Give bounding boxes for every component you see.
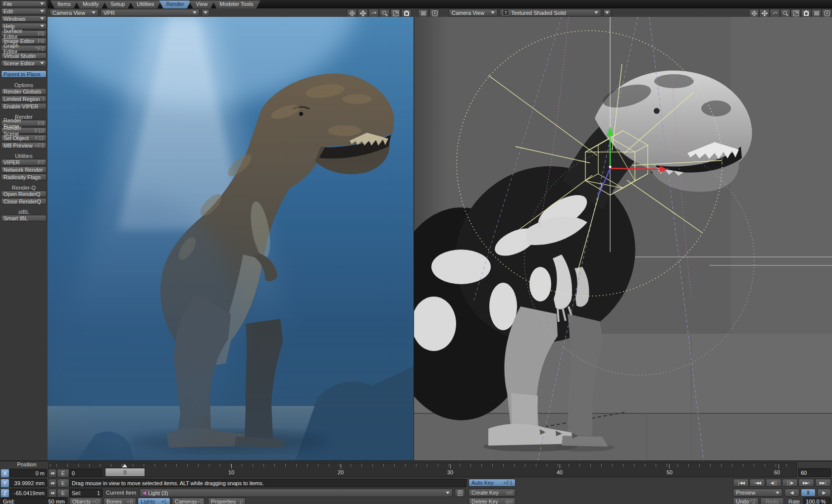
tab-render[interactable]: Render	[159, 0, 191, 8]
render-scene-button[interactable]: Render SceneF10	[1, 127, 47, 134]
cameras-mode-button[interactable]: Cameras+C	[172, 498, 205, 504]
save-view-icon[interactable]	[822, 9, 832, 17]
pan-view-icon[interactable]	[749, 9, 759, 17]
prev-frame-button[interactable]: ◀││	[766, 479, 781, 487]
item-properties-icon[interactable]	[455, 489, 465, 497]
scene-editor-button[interactable]: Scene Editor	[1, 60, 47, 66]
y-axis-button[interactable]: Y	[0, 479, 9, 488]
network-render-button[interactable]: Network Render	[1, 166, 47, 173]
position-panel-title[interactable]: Position	[7, 460, 47, 468]
enable-viper-button[interactable]: Enable VIPER	[1, 103, 47, 109]
render-globals-button[interactable]: Render Globals	[1, 88, 47, 95]
viewport-shaded-view[interactable]	[414, 17, 832, 460]
create-key-button[interactable]: Create Keyret	[468, 489, 516, 497]
undo-button[interactable]: Undo^Z	[733, 498, 759, 504]
z-value-field[interactable]: -65.0419mm	[9, 489, 47, 497]
end-frame-field[interactable]: 60	[798, 468, 831, 477]
radiosity-flags-button[interactable]: Radiosity Flags	[1, 174, 47, 180]
last-frame-button[interactable]: ▶▶│	[815, 479, 831, 487]
tab-modeler-tools[interactable]: Modeler Tools	[212, 0, 260, 8]
next-frame-button[interactable]: ││▶	[782, 479, 798, 487]
tab-view[interactable]: View	[189, 0, 215, 8]
play-button[interactable]: ▶	[817, 489, 831, 497]
viewport-list-icon[interactable]	[811, 9, 822, 17]
chevron-down-icon	[594, 11, 598, 14]
z-nudge-button[interactable]	[48, 489, 57, 498]
x-nudge-button[interactable]	[48, 469, 57, 478]
rate-field[interactable]: 100.0 %	[803, 498, 831, 504]
timeline-label: 20	[334, 469, 348, 475]
virtual-studio-button[interactable]: Virtual Studio	[1, 52, 47, 59]
z-axis-button[interactable]: Z	[0, 489, 9, 498]
preview-dropdown[interactable]: Preview	[733, 489, 782, 497]
tab-utilities[interactable]: Utilities	[130, 0, 161, 8]
left-viewport-menu-dropdown[interactable]	[202, 9, 209, 16]
zoom-view-icon[interactable]	[780, 9, 790, 17]
viewport-list-icon[interactable]	[418, 9, 428, 17]
prev-key-button[interactable]: +◀◀	[749, 479, 765, 487]
limited-region-button[interactable]: Limited Regionl	[1, 96, 47, 102]
viewport-render-icon[interactable]	[801, 9, 811, 17]
viewport-render-icon[interactable]	[401, 9, 412, 17]
play-reverse-button[interactable]: ◀	[784, 489, 799, 497]
x-axis-button[interactable]: X	[0, 469, 9, 478]
properties-button[interactable]: Propertiesp	[208, 498, 246, 504]
tab-setup[interactable]: Setup	[104, 0, 132, 8]
auto-key-button[interactable]: Auto Key+F1	[468, 479, 516, 487]
next-key-button[interactable]: ▶▶+	[798, 479, 814, 487]
tab-modify[interactable]: Modify	[76, 0, 105, 8]
section-header-utilities: Utilities	[1, 153, 47, 159]
parent-in-place-button[interactable]: Parent in Place	[1, 70, 47, 78]
timeline-scrubber[interactable]: 0	[105, 468, 145, 477]
tab-items[interactable]: Items	[51, 0, 78, 8]
pan-view-icon[interactable]	[347, 9, 357, 17]
mb-preview-button[interactable]: MB Preview+F9	[1, 142, 47, 149]
y-value-field[interactable]: 39.9992 mm	[9, 479, 47, 487]
chevron-down-icon	[204, 11, 208, 14]
smart-ibl-button[interactable]: Smart IBL	[1, 215, 47, 221]
x-value-field[interactable]: 0 m	[9, 469, 47, 477]
y-envelope-button[interactable]: E	[57, 479, 69, 488]
objects-mode-button[interactable]: Objects+O	[69, 498, 102, 504]
close-renderq-button[interactable]: Close RenderQ	[1, 198, 47, 204]
viper-button[interactable]: VIPERF7	[1, 159, 47, 165]
move-view-icon[interactable]	[759, 9, 770, 17]
y-nudge-button[interactable]	[48, 479, 57, 488]
open-renderq-button[interactable]: Open RenderQ	[1, 191, 47, 197]
rate-label: Rate	[788, 498, 802, 504]
menu-windows[interactable]: Windows	[1, 15, 47, 22]
lights-mode-button[interactable]: Lights+L	[138, 498, 170, 504]
section-header-renderq: Render-Q	[1, 185, 47, 191]
timeline-label: 30	[443, 469, 457, 475]
timeline-ruler[interactable]: 10 20 30 40 50 60	[49, 462, 797, 477]
grid-size-field: Grid:50 mm	[0, 498, 67, 504]
first-frame-button[interactable]: │◀◀	[733, 479, 749, 487]
right-viewport-menu-dropdown[interactable]	[603, 9, 611, 16]
graph-editor-button[interactable]: Graph Editor^F2	[1, 45, 47, 51]
current-frame-field[interactable]: 0	[69, 469, 102, 477]
rotate-view-icon[interactable]	[770, 9, 780, 17]
sel-object-button[interactable]: Sel ObjectF11	[1, 135, 47, 141]
current-item-dropdown[interactable]: Light (3)	[140, 489, 453, 497]
z-envelope-button[interactable]: E	[57, 489, 69, 498]
move-view-icon[interactable]	[358, 9, 368, 17]
left-view-type-dropdown[interactable]: Camera View	[50, 9, 99, 16]
maximize-viewport-icon[interactable]	[790, 9, 801, 17]
maximize-viewport-icon[interactable]	[390, 9, 401, 17]
zoom-view-icon[interactable]	[379, 9, 390, 17]
pause-button[interactable]: ‖	[801, 489, 816, 497]
rotate-view-icon[interactable]	[368, 9, 379, 17]
x-envelope-button[interactable]: E	[57, 469, 69, 478]
menu-file[interactable]: File	[1, 0, 47, 7]
right-render-mode-dropdown[interactable]: T Textured Shaded Solid	[500, 9, 601, 16]
right-view-type-dropdown[interactable]: Camera View	[449, 9, 498, 16]
left-render-mode-dropdown[interactable]: VPR	[101, 9, 200, 16]
save-view-icon[interactable]	[429, 9, 440, 17]
chevron-down-icon	[446, 492, 450, 494]
menu-edit[interactable]: Edit	[1, 8, 47, 14]
viewport-vpr-render[interactable]	[48, 17, 414, 460]
bones-mode-button[interactable]: Bones+B	[104, 498, 136, 504]
delete-key-button[interactable]: Delete Keydel	[468, 498, 516, 504]
redo-button[interactable]: Redo	[760, 498, 784, 504]
surface-editor-button[interactable]: Surface EditorF5	[1, 30, 47, 37]
